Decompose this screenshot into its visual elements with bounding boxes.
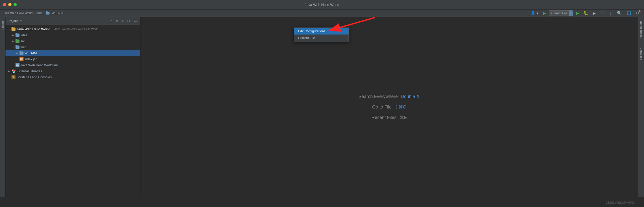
- update-button[interactable]: 🌐: [625, 10, 633, 16]
- dropdown-edit-configurations[interactable]: Edit Configurations...: [294, 28, 348, 34]
- breadcrumb-folder-icon: [46, 12, 50, 14]
- hint-recent-files: Recent Files ⌘E: [372, 115, 407, 120]
- close-button[interactable]: [3, 3, 6, 6]
- file-icon-iml: IML: [16, 63, 20, 67]
- expand-arrow-web: ▾: [12, 46, 14, 48]
- main-layout: Project Project ▾ ⊕ ≡ ≡ ⚙ — ▾ Java Web H…: [0, 17, 644, 197]
- hint-search-everywhere: Search Everywhere Double ⇧: [358, 94, 420, 99]
- dropdown-menu: Edit Configurations... Current File: [294, 27, 349, 42]
- settings-button[interactable]: ⚙: [634, 10, 641, 16]
- tree-label-index-jsp: index.jsp: [24, 57, 37, 61]
- maximize-button[interactable]: [14, 3, 17, 6]
- notifications-tab[interactable]: Notifications: [640, 19, 643, 40]
- file-tree: ▾ Java Web Hello World ~/IdeaProjects/Ja…: [6, 25, 140, 197]
- options-btn[interactable]: ⚙: [126, 18, 131, 24]
- project-header: Project ▾ ⊕ ≡ ≡ ⚙ —: [6, 17, 140, 25]
- database-tab[interactable]: Database: [640, 46, 643, 62]
- run-with-coverage-button[interactable]: ▶: [592, 10, 597, 16]
- tree-label-extlibs: External Libraries: [17, 69, 42, 73]
- run-config-label: Current File: [549, 12, 569, 15]
- run-config-arrow[interactable]: ▾: [569, 10, 573, 16]
- expand-arrow-extlibs: ▶: [8, 70, 10, 72]
- folder-icon-idea: [16, 34, 20, 37]
- project-tab-label[interactable]: Project: [1, 19, 4, 32]
- breadcrumb-project[interactable]: Java Web Hello World: [3, 12, 32, 15]
- tree-item-root[interactable]: ▾ Java Web Hello World ~/IdeaProjects/Ja…: [6, 26, 140, 32]
- hint-goto-key: ⇧⌘O: [395, 104, 406, 110]
- run-icon-button[interactable]: ▶: [542, 10, 548, 16]
- expand-all-btn[interactable]: ≡: [120, 18, 124, 24]
- tree-item-extlibs[interactable]: ▶ 📚 External Libraries: [6, 68, 140, 74]
- tree-item-scratches[interactable]: ▶ ✎ Scratches and Consoles: [6, 74, 140, 80]
- breadcrumb-bar: Java Web Hello World › web › WEB-INF 👤 ▾…: [0, 10, 644, 17]
- project-header-dropdown-arrow[interactable]: ▾: [20, 19, 22, 22]
- search-button[interactable]: 🔍: [616, 10, 624, 16]
- tree-label-iml: Java Web Hello World.iml: [20, 63, 58, 67]
- collapse-all-btn[interactable]: ≡: [115, 18, 119, 24]
- expand-arrow-idea: ▶: [12, 34, 14, 36]
- locate-file-btn[interactable]: ⊕: [108, 18, 114, 24]
- expand-arrow-webinf: ▶: [16, 52, 18, 54]
- title-bar: Java Web Hello World: [0, 0, 644, 10]
- dropdown-current-file[interactable]: Current File: [294, 34, 348, 41]
- tree-item-src[interactable]: ▶ src: [6, 38, 140, 44]
- hint-recent-text: Recent Files: [372, 115, 396, 120]
- right-side-tab: Notifications Database: [638, 17, 644, 197]
- tree-path-root: ~/IdeaProjects/Java Web Hello World: [53, 28, 98, 30]
- minimize-button[interactable]: [8, 3, 12, 6]
- folder-icon-src: [16, 40, 20, 43]
- run-config-dropdown[interactable]: Current File ▾: [549, 10, 573, 16]
- hint-search-text: Search Everywhere: [358, 94, 398, 99]
- more-actions-button[interactable]: ⋮: [608, 10, 614, 16]
- hint-goto-text: Go to File: [372, 104, 392, 110]
- hint-recent-key: ⌘E: [400, 115, 407, 120]
- extlibs-icon: 📚: [12, 69, 16, 73]
- expand-arrow-src: ▶: [12, 40, 14, 42]
- breadcrumb-web[interactable]: web: [36, 12, 42, 15]
- watermark: CSDN @Sky是一只鸟: [606, 201, 635, 205]
- tree-label-src: src: [20, 39, 25, 43]
- tree-item-web[interactable]: ▾ web: [6, 44, 140, 50]
- tree-item-iml[interactable]: ▶ IML Java Web Hello World.iml: [6, 62, 140, 68]
- folder-icon-webinf: [20, 52, 24, 55]
- folder-icon-web: [16, 46, 20, 49]
- tree-label-webinf: WEB-INF: [24, 51, 38, 55]
- breadcrumb-sep-2: ›: [44, 12, 44, 15]
- tree-item-webinf[interactable]: ▶ WEB-INF: [6, 50, 140, 56]
- minimize-panel-btn[interactable]: —: [133, 18, 138, 24]
- breadcrumb-webinf[interactable]: WEB-INF: [52, 12, 64, 15]
- project-panel: Project ▾ ⊕ ≡ ≡ ⚙ — ▾ Java Web Hello Wor…: [6, 17, 140, 197]
- watermark-text: CSDN @Sky是一只鸟: [606, 201, 635, 204]
- window-controls: [3, 3, 17, 6]
- project-header-title: Project: [8, 19, 18, 23]
- notification-dot: [639, 10, 640, 12]
- folder-icon-root: [12, 28, 16, 31]
- tree-label-web: web: [20, 45, 26, 49]
- expand-arrow-root: ▾: [8, 28, 10, 30]
- stop-button[interactable]: ⬛: [599, 10, 606, 16]
- left-side-tab: Project: [0, 17, 6, 197]
- tree-label-scratches: Scratches and Consoles: [16, 75, 52, 79]
- tree-item-idea[interactable]: ▶ .idea: [6, 32, 140, 38]
- debug-button[interactable]: 🐛: [582, 10, 590, 16]
- tree-label-idea: .idea: [20, 33, 28, 37]
- window-title: Java Web Hello World: [305, 3, 339, 7]
- hint-goto-file: Go to File ⇧⌘O: [372, 104, 406, 110]
- play-button[interactable]: ▶: [574, 10, 580, 16]
- main-content: Search Everywhere Double ⇧ Go to File ⇧⌘…: [140, 17, 638, 197]
- breadcrumb-sep-1: ›: [34, 12, 35, 15]
- user-icon-button[interactable]: 👤 ▾: [529, 10, 540, 16]
- file-icon-jsp: JSP: [20, 57, 24, 61]
- hint-search-key: Double ⇧: [401, 94, 420, 99]
- scratches-icon: ✎: [12, 75, 16, 79]
- tree-item-index-jsp[interactable]: ▶ JSP index.jsp: [6, 56, 140, 62]
- tree-label-root: Java Web Hello World: [16, 27, 50, 31]
